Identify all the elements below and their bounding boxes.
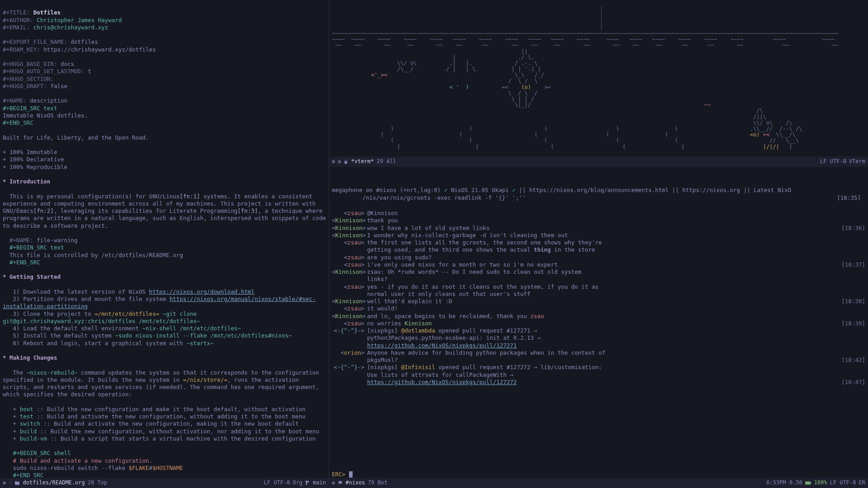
footnote-1[interactable]: [fn:1] (179, 193, 200, 200)
val-email: chris@chrishayward.xyz (33, 24, 108, 31)
erc-prompt[interactable]: ERC> (329, 471, 868, 478)
ml-buffer-name[interactable]: *vterm* (351, 158, 374, 165)
irc-message-line: <Kinnison>zsau: Oh *rude words* -- Do I … (332, 268, 865, 276)
irc-message-text: [nixpkgs] @dotlambda opened pull request… (367, 327, 836, 334)
footnote-3[interactable]: [fn:3] (237, 207, 258, 214)
irc-message-text: https://github.com/NixOS/nixpkgs/pull/12… (367, 342, 836, 349)
irc-nick: <zsau> (332, 239, 367, 246)
star-icon: * (3, 273, 6, 280)
back-icon[interactable]: ‹ (9, 479, 12, 487)
mk-a: The (13, 369, 27, 376)
end-src-3: #+END_SRC (13, 472, 44, 478)
irc-timestamp (836, 239, 865, 246)
val-export: dotfiles (71, 38, 98, 45)
irc-message-line: <Kinnison>thank you (332, 217, 865, 224)
intro-text-a: This is my personal configuration(s) for… (9, 193, 179, 200)
vterm-pane[interactable]: | | | (329, 0, 868, 178)
topic-b: NixOS 21.05 Okapi (448, 187, 512, 193)
irc-timestamp (836, 334, 865, 342)
irc-timestamp: [18:37] (836, 261, 865, 268)
irc-message-text: are you using sudo? (367, 254, 836, 261)
irc-timestamp (836, 371, 865, 379)
irc-message-text: it would! (367, 305, 836, 312)
folder-icon (14, 479, 20, 487)
battery-icon (805, 479, 811, 487)
ml-buffer-name[interactable]: dotfiles/README.org (23, 479, 85, 487)
irc-message-text: https://github.com/NixOS/nixpkgs/pull/12… (367, 379, 836, 386)
val-roam: https://chrishayward.xyz/dotfiles (43, 46, 156, 53)
irc-nick (332, 357, 367, 364)
op-switch-d: Build and activate the new configuration… (54, 420, 299, 427)
key-hugo-base: #+HUGO_BASE_DIR: (3, 61, 57, 67)
irc-message-line: <Kinnison>and lo, space begins to be rec… (332, 313, 865, 320)
irc-timestamp (836, 217, 865, 224)
op-boot-k: boot (20, 406, 33, 413)
git-branch-icon (305, 479, 310, 487)
vterm-buffer[interactable]: | | | (329, 0, 868, 157)
ml-major-mode: Org (292, 479, 302, 487)
irc-buffer[interactable]: <zsau>@Kinnison<Kinnison>thank you<Kinni… (329, 210, 868, 471)
org-editor-pane[interactable]: #+TITLE: Dotfiles #+AUTHOR: Christopher … (0, 0, 329, 488)
topic-ts: [18:35] (837, 194, 865, 202)
op-switch-k: switch (20, 420, 40, 427)
irc-message-text: getting used, and the third one shows th… (367, 246, 836, 253)
dot-icon: ● (332, 158, 335, 165)
key-hugo-draft: #+HUGO_DRAFT: (3, 83, 47, 89)
org-buffer[interactable]: #+TITLE: Dotfiles #+AUTHOR: Christopher … (0, 0, 329, 478)
irc-message-text: and lo, space begins to be reclaimed, th… (367, 313, 836, 320)
ml-git-branch[interactable]: main (313, 479, 326, 487)
irc-nick: <Kinnison> (332, 313, 367, 320)
step-3a: 3) Clone the project to (13, 310, 95, 317)
step-4b: ~nix-shell /mnt/etc/dotfiles~ (142, 325, 241, 332)
irc-message-text: well that'd explain it :D (367, 298, 836, 305)
op-test-k: test (20, 413, 33, 420)
ml-major-mode: VTerm (849, 158, 865, 165)
val-hugo-draft: false (50, 83, 67, 89)
irc-message-text: links? (367, 276, 836, 283)
footnote-2[interactable]: [fn:2] (33, 207, 54, 214)
ml-buffer-name[interactable]: #nixos (345, 479, 365, 487)
irc-nick (332, 276, 367, 283)
irc-nick: <zsau> (332, 261, 367, 268)
heading-making-changes[interactable]: Making Changes (9, 354, 57, 361)
irc-message-text: thank you (367, 217, 836, 224)
irc-nick (332, 334, 367, 342)
irc-timestamp (836, 232, 865, 239)
irc-timestamp: [18:38] (836, 298, 865, 305)
key-hugo-sec: #+HUGO_SECTION: (3, 75, 54, 82)
irc-nick (332, 291, 367, 298)
irc-nick: <zsau> (332, 305, 367, 312)
cursor (349, 471, 353, 478)
irc-timestamp (836, 268, 865, 276)
mk-d: =/nix/store/= (183, 376, 227, 383)
irc-message-line: <zsau>yes - if you do it as root it clea… (332, 283, 865, 291)
svg-rect-1 (806, 482, 810, 484)
irc-nick: <zsau> (332, 283, 367, 291)
irc-topic: megaphone on #nixos (+nrt,lag:0) ✓ NixOS… (329, 178, 868, 210)
topic-a: megaphone on #nixos (+nrt,lag:0) (332, 187, 444, 193)
val-hugo-base: docs (61, 61, 74, 67)
irc-nick: <-{^-^}-> (332, 364, 367, 371)
begin-src-text-2: #+BEGIN_SRC text (9, 244, 64, 251)
link-nixos-download[interactable]: https://nixos.org/download.html (149, 288, 255, 295)
irc-message-line: <Kinnison>I wonder why nix-collect-garba… (332, 232, 865, 239)
irc-pane[interactable]: megaphone on #nixos (+nrt,lag:0) ✓ NixOS… (329, 178, 868, 488)
step-3b: =/mnt/etc/dotfiles= (94, 310, 159, 317)
heading-getting-started[interactable]: Getting Started (9, 273, 61, 280)
irc-timestamp (836, 283, 865, 291)
irc-message-text: [nixpkgs] @Infinisil opened pull request… (367, 364, 836, 371)
key-name-warn: #+NAME: (9, 237, 33, 244)
irc-message-text: I wonder why nix-collect-garbage -d isn'… (367, 232, 836, 239)
step-6b: ~startx~ (186, 340, 213, 347)
heading-introduction[interactable]: Introduction (9, 178, 50, 185)
irc-message-line: normal user it only cleans out that user… (332, 291, 865, 298)
intro-text-c: , leveraging its capabilities for Litera… (54, 207, 237, 214)
irc-nick: <zsau> (332, 254, 367, 261)
irc-timestamp (836, 210, 865, 217)
irc-timestamp (836, 364, 865, 371)
end-src-2: #+END_SRC (9, 259, 40, 266)
op-test-d: Build and activate the new configuration… (47, 413, 306, 420)
irc-message-text: wow I have a lot of old system links (367, 225, 836, 232)
irc-nick (332, 342, 367, 349)
irc-nick: <Kinnison> (332, 232, 367, 239)
